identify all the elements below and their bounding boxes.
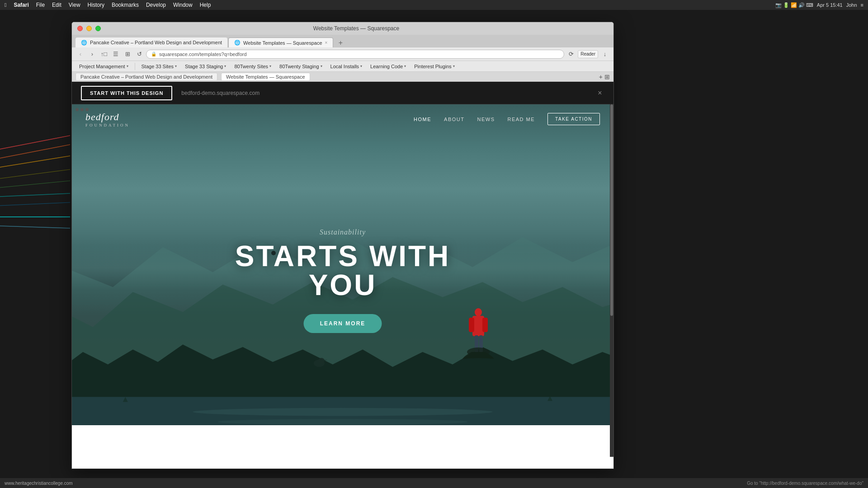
chevron-down-icon-5: ▾	[321, 64, 322, 68]
svg-point-10	[193, 408, 493, 416]
title-bar: Website Templates — Squarespace	[72, 22, 613, 35]
bookmark-label-1: Project Management	[79, 64, 125, 69]
refresh-button[interactable]: ⟳	[566, 49, 576, 59]
bookmark-project-management[interactable]: Project Management ▾	[75, 62, 132, 70]
menu-bookmarks[interactable]: Bookmarks	[112, 2, 139, 8]
reload-button[interactable]: ↺	[134, 49, 144, 59]
bedford-logo-main: bedford	[85, 111, 130, 123]
chevron-down-icon-4: ▾	[269, 64, 271, 68]
svg-point-21	[318, 358, 325, 363]
learn-more-button[interactable]: LEARN MORE	[304, 314, 382, 333]
svg-line-1	[0, 145, 70, 158]
tab-pancake[interactable]: 🌐 Pancake Creative – Portland Web Design…	[75, 38, 227, 47]
start-design-button[interactable]: START WITH THIS DESIGN	[81, 86, 172, 100]
bookmark-pinterest[interactable]: Pinterest Plugins ▾	[410, 62, 458, 70]
svg-line-3	[0, 169, 70, 178]
menubar-icons: 📷 🔋 📶 🔊 ⌨	[775, 2, 813, 8]
page-content: START WITH THIS DESIGN bedford-demo.squa…	[72, 82, 613, 457]
bedford-nav: HOME ABOUT NEWS READ ME TAKE ACTION	[414, 113, 600, 125]
reader-mode-button[interactable]: Reader	[578, 50, 598, 58]
ssl-lock-icon: 🔒	[151, 52, 156, 56]
tab-list-button[interactable]: ⊞	[604, 73, 610, 80]
tab-favicon-1: 🌐	[81, 40, 87, 46]
menu-help[interactable]: Help	[200, 2, 211, 8]
menu-history[interactable]: History	[88, 2, 104, 8]
chevron-down-icon-3: ▾	[224, 64, 226, 68]
bookmark-stage33-staging[interactable]: Stage 33 Staging ▾	[181, 62, 230, 70]
bedford-below-hero	[72, 425, 613, 457]
design-bar: START WITH THIS DESIGN bedford-demo.squa…	[72, 82, 613, 104]
svg-rect-15	[469, 318, 474, 332]
chevron-down-icon-2: ▾	[175, 64, 177, 68]
bookmark-80twenty-staging[interactable]: 80Twenty Staging ▾	[276, 62, 326, 70]
person-silhouette	[462, 307, 494, 379]
bookmark-label-5: 80Twenty Staging	[279, 64, 319, 69]
forward-button[interactable]: ›	[87, 49, 97, 59]
back-button[interactable]: ‹	[75, 49, 85, 59]
window-title: Website Templates — Squarespace	[104, 25, 608, 32]
second-tab-bar: Pancake Creative – Portland Web Design a…	[72, 72, 613, 82]
bedford-hero-section: bedford FOUNDATION HOME ABOUT NEWS READ …	[72, 104, 613, 457]
chevron-down-icon-8: ▾	[453, 64, 455, 68]
bookmark-label-7: Learning Code	[370, 64, 403, 69]
reading-list-button[interactable]: ☰	[111, 49, 121, 59]
chevron-down-icon-7: ▾	[404, 64, 406, 68]
menubar-clock: Apr 5 15:41	[817, 2, 843, 8]
hero-subtitle: Sustainability	[208, 228, 478, 236]
scrollbar-thumb[interactable]	[610, 104, 613, 316]
nav-about[interactable]: ABOUT	[444, 117, 464, 122]
bedford-logo: bedford FOUNDATION	[85, 111, 130, 127]
nav-home[interactable]: HOME	[414, 117, 431, 122]
svg-line-6	[0, 202, 70, 206]
chevron-down-icon-1: ▾	[127, 64, 128, 68]
menu-window[interactable]: Window	[173, 2, 193, 8]
bedford-logo-sub: FOUNDATION	[85, 123, 130, 127]
minimize-button[interactable]	[86, 26, 92, 31]
hero-title: STARTS WITH YOU	[208, 242, 478, 300]
address-bar[interactable]: 🔒 squarespace.com/templates?q=bedford	[146, 50, 564, 59]
menu-safari[interactable]: Safari	[14, 2, 28, 8]
share-button[interactable]: ↑□	[99, 49, 109, 59]
svg-line-8	[0, 226, 70, 228]
bookmark-local-installs[interactable]: Local Installs ▾	[327, 62, 366, 70]
secondary-tab-pancake[interactable]: Pancake Creative – Portland Web Design a…	[75, 73, 217, 81]
mac-menubar:  Safari File Edit View History Bookmark…	[0, 0, 868, 10]
chevron-down-icon-6: ▾	[360, 64, 362, 68]
bookmark-learning-code[interactable]: Learning Code ▾	[367, 62, 410, 70]
menu-edit[interactable]: Edit	[52, 2, 61, 8]
bookmark-stage33-sites[interactable]: Stage 33 Sites ▾	[138, 62, 181, 70]
download-button[interactable]: ↓	[600, 49, 610, 59]
close-design-bar-button[interactable]: ×	[595, 89, 604, 98]
bookmark-label-2: Stage 33 Sites	[142, 64, 174, 69]
browser-window: Website Templates — Squarespace 🌐 Pancak…	[71, 22, 614, 469]
close-button[interactable]	[77, 26, 83, 31]
tab-squarespace[interactable]: 🌐 Website Templates — Squarespace ×	[228, 38, 333, 47]
new-tab-button[interactable]: +	[336, 38, 345, 47]
nav-news[interactable]: NEWS	[477, 117, 495, 122]
bookmark-label-3: Stage 33 Staging	[185, 64, 223, 69]
take-action-button[interactable]: TAKE ACTION	[547, 113, 600, 125]
svg-line-0	[0, 136, 70, 149]
close-tab-button[interactable]: ×	[325, 40, 328, 45]
secondary-tab-squarespace[interactable]: Website Templates — Squarespace	[221, 73, 310, 81]
apple-menu[interactable]: 	[5, 2, 6, 8]
preview-container: bedford FOUNDATION HOME ABOUT NEWS READ …	[72, 104, 613, 457]
toolbar: ‹ › ↑□ ☰ ⊞ ↺ 🔒 squarespace.com/templates…	[72, 47, 613, 61]
tab-label-1: Pancake Creative – Portland Web Design a…	[90, 40, 222, 45]
status-bar: www.heritagechristiancollege.com Go to "…	[0, 478, 868, 488]
nav-read-me[interactable]: READ ME	[507, 117, 535, 122]
tab-bar: 🌐 Pancake Creative – Portland Web Design…	[72, 35, 613, 47]
menu-view[interactable]: View	[69, 2, 80, 8]
add-tab-button[interactable]: +	[599, 73, 603, 80]
bookmarks-bar: Project Management ▾ Stage 33 Sites ▾ St…	[72, 61, 613, 72]
svg-line-2	[0, 156, 70, 167]
menu-develop[interactable]: Develop	[146, 2, 166, 8]
bedford-header: bedford FOUNDATION HOME ABOUT NEWS READ …	[72, 104, 613, 134]
sidebar-button[interactable]: ⊞	[123, 49, 132, 59]
menu-file[interactable]: File	[36, 2, 45, 8]
secondary-tab-label-1: Pancake Creative – Portland Web Design a…	[80, 74, 212, 80]
menubar-notch: ≡	[861, 2, 863, 8]
preview-scrollbar[interactable]	[610, 104, 613, 457]
maximize-button[interactable]	[95, 26, 101, 31]
bookmark-80twenty-sites[interactable]: 80Twenty Sites ▾	[231, 62, 275, 70]
